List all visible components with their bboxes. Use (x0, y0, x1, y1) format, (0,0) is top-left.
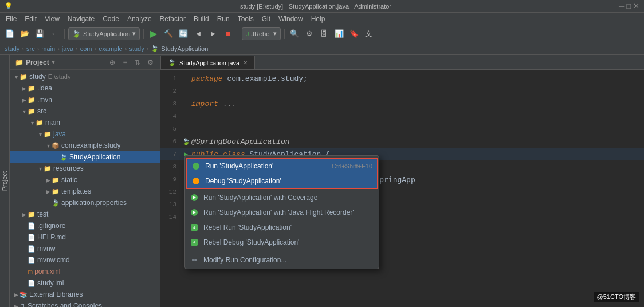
tree-item-main[interactable]: ▾ 📁 main (10, 117, 160, 128)
project-side-tab[interactable]: Project (0, 55, 10, 307)
templates-icon: 📁 (52, 188, 60, 195)
collapse-btn[interactable]: ≡ (120, 57, 130, 68)
maximize-icon[interactable]: □ (626, 2, 631, 10)
tree-item-idea[interactable]: ▶ 📁 .idea (10, 82, 160, 94)
arrow-pkg: ▾ (45, 143, 52, 149)
run-button[interactable]: ▶ (147, 27, 160, 40)
breadcrumb-study[interactable]: study (5, 45, 19, 52)
bookmark-btn[interactable]: 🔖 (348, 27, 360, 40)
minimize-icon[interactable]: ─ (619, 2, 624, 10)
git-btn[interactable]: 📊 (333, 27, 345, 40)
arrow-right-btn[interactable]: ► (207, 27, 219, 40)
arrow-main: ▾ (29, 120, 36, 126)
settings-panel-btn[interactable]: ⚙ (145, 57, 155, 68)
arrow-src: ▾ (21, 108, 28, 115)
locate-btn[interactable]: ⊕ (107, 57, 117, 68)
sep5: › (94, 45, 96, 52)
tree-item-gitignore[interactable]: 📄 .gitignore (10, 220, 160, 231)
menu-code[interactable]: Code (99, 14, 123, 24)
reload-btn[interactable]: 🔄 (177, 27, 190, 40)
gitignore-icon: 📄 (28, 222, 36, 230)
tree-item-study-root[interactable]: ▾ 📁 study E:\study (10, 71, 160, 82)
search-everywhere-btn[interactable]: 🔍 (288, 27, 301, 40)
watermark: @51CTO博客 (594, 292, 639, 302)
tree-item-iml[interactable]: 📄 study.iml (10, 277, 160, 289)
db-btn[interactable]: 🗄 (318, 27, 331, 40)
ctx-run-coverage[interactable]: ▶ Run 'StudyApplication' with Coverage (185, 190, 379, 205)
ctx-debug-icon (191, 176, 201, 186)
tree-item-mvnw[interactable]: 📄 mvnw (10, 243, 160, 254)
breadcrumb-java[interactable]: java (62, 45, 73, 52)
jrebel-icon: J (246, 30, 249, 37)
sort-btn[interactable]: ⇅ (132, 57, 143, 68)
open-btn[interactable]: 📂 (18, 27, 31, 40)
tree-item-templates[interactable]: ▶ 📁 templates (10, 186, 160, 197)
ctx-debug[interactable]: Debug 'StudyApplication' (187, 174, 377, 188)
new-file-btn[interactable]: 📄 (3, 27, 16, 40)
breadcrumb-classname[interactable]: StudyApplication (161, 45, 208, 52)
back-btn[interactable]: ← (48, 27, 61, 40)
breadcrumb-src[interactable]: src (26, 45, 35, 52)
code-line-6: 6 🍃 @SpringBootApplication (160, 135, 644, 148)
ctx-modify-config[interactable]: ✏ Modify Run Configuration... (185, 253, 379, 267)
tree-item-pom[interactable]: m pom.xml (10, 266, 160, 277)
stop-btn[interactable]: ■ (222, 27, 234, 40)
arrow-mvn: ▶ (21, 97, 28, 103)
tree-item-test[interactable]: ▶ 📁 test (10, 208, 160, 220)
class-icon: 🍃 (60, 154, 68, 161)
ctx-run[interactable]: Run 'StudyApplication' Ctrl+Shift+F10 (187, 159, 377, 174)
menu-git[interactable]: Git (258, 14, 274, 24)
tree-item-help[interactable]: 📄 HELP.md (10, 231, 160, 243)
arrow-left-btn[interactable]: ◄ (192, 27, 205, 40)
tab-close-icon[interactable]: ✕ (243, 60, 248, 66)
menu-refactor[interactable]: Refactor (156, 14, 189, 24)
build-btn[interactable]: 🔨 (162, 27, 175, 40)
menu-build[interactable]: Build (190, 14, 213, 24)
close-icon[interactable]: ✕ (633, 2, 639, 10)
editor-tab-studyapp[interactable]: 🍃 StudyApplication.java ✕ (160, 56, 255, 69)
tree-item-src[interactable]: ▾ 📁 src (10, 105, 160, 117)
tree-item-java[interactable]: ▾ 📁 java (10, 128, 160, 140)
project-config-dropdown[interactable]: 🍃 StudyApplication ▾ (68, 27, 140, 40)
menu-navigate[interactable]: Navigate (64, 14, 98, 24)
editor-panel: 🍃 StudyApplication.java ✕ 1 package com.… (160, 55, 644, 307)
panel-actions: ⊕ ≡ ⇅ ⚙ (107, 57, 155, 68)
ctx-run-flight[interactable]: ▶ Run 'StudyApplication' with 'Java Flig… (185, 205, 379, 220)
tree-item-static[interactable]: ▶ 📁 static (10, 174, 160, 186)
spring-icon: 🍃 (72, 30, 81, 38)
dropdown-arrow[interactable]: ▾ (52, 58, 55, 66)
extlibs-icon: 📚 (19, 291, 28, 298)
menu-analyze[interactable]: Analyze (124, 14, 155, 24)
tree-item-scratches[interactable]: ▶ 🗒 Scratches and Consoles (10, 300, 160, 307)
breadcrumb-main[interactable]: main (41, 45, 55, 52)
jrebel-label: JRebel (251, 30, 270, 37)
breadcrumb-com[interactable]: com (80, 45, 92, 52)
ctx-rebel-run[interactable]: J Rebel Run 'StudyApplication' (185, 220, 379, 235)
breadcrumb-example[interactable]: example (99, 45, 123, 52)
jrebel-dropdown[interactable]: J JRebel ▾ (242, 27, 281, 40)
tree-item-extlibs[interactable]: ▶ 📚 External Libraries (10, 289, 160, 300)
tree-item-studyapp[interactable]: 🍃 StudyApplication (10, 151, 160, 163)
sep6: › (125, 45, 127, 52)
settings-btn[interactable]: ⚙ (303, 27, 316, 40)
menu-edit[interactable]: Edit (21, 14, 40, 24)
menu-view[interactable]: View (41, 14, 63, 24)
ctx-rebel-debug[interactable]: J Rebel Debug 'StudyApplication' (185, 235, 379, 250)
save-btn[interactable]: 💾 (33, 27, 46, 40)
tree-item-mvnwcmd[interactable]: 📄 mvnw.cmd (10, 254, 160, 266)
menu-help[interactable]: Help (308, 14, 329, 24)
menu-tools[interactable]: Tools (234, 14, 257, 24)
menu-run[interactable]: Run (214, 14, 233, 24)
tree-item-mvn[interactable]: ▶ 📁 .mvn (10, 94, 160, 105)
menu-file[interactable]: File (2, 14, 20, 24)
menu-window[interactable]: Window (275, 14, 307, 24)
tree-item-resources[interactable]: ▾ 📁 resources (10, 163, 160, 174)
idea-icon: 📁 (28, 85, 36, 92)
tree-item-appprops[interactable]: 🍃 application.properties (10, 197, 160, 208)
breadcrumb-studypkg[interactable]: study (129, 45, 144, 52)
translate-btn[interactable]: 文 (363, 27, 375, 40)
tree-item-package[interactable]: ▾ 📦 com.example.study (10, 140, 160, 151)
iml-icon: 📄 (28, 280, 36, 287)
title-bar-title: study [E:\study] - StudyApplication.java… (13, 3, 619, 10)
sep4: › (76, 45, 78, 52)
